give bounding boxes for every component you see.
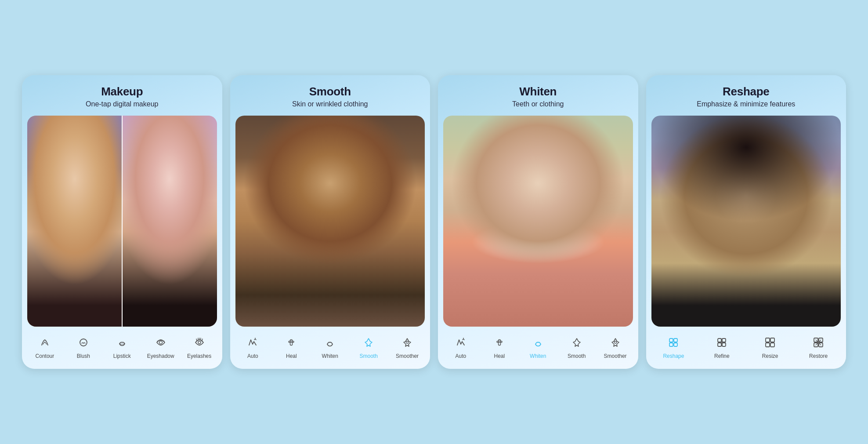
contour-icon — [37, 335, 53, 350]
svg-point-2 — [198, 341, 201, 344]
svg-rect-14 — [669, 338, 673, 342]
svg-rect-11 — [497, 341, 502, 342]
whiten-whiten-label: Whiten — [530, 353, 546, 359]
smoother-smooth-icon — [399, 335, 415, 350]
svg-line-7 — [202, 339, 203, 341]
svg-rect-21 — [722, 343, 726, 346]
heal-smooth-icon — [283, 335, 299, 350]
tool-eyeshadow[interactable]: Eyeshadow — [141, 333, 180, 361]
tool-auto-whiten[interactable]: Auto — [441, 333, 480, 361]
tool-smoother-smooth[interactable]: Smoother — [388, 333, 427, 361]
blush-icon — [76, 335, 91, 350]
eyeshadow-icon — [153, 335, 169, 350]
svg-point-10 — [406, 341, 409, 343]
card-smooth-image — [235, 116, 425, 327]
makeup-after-face — [122, 116, 217, 327]
card-reshape-subtitle: Emphasize & minimize features — [653, 100, 839, 109]
tool-contour[interactable]: Contour — [25, 333, 64, 361]
card-reshape: Reshape Emphasize & minimize features Re… — [646, 75, 846, 369]
tool-whiten-smooth[interactable]: Whiten — [311, 333, 349, 361]
tool-smoother-whiten[interactable]: Smoother — [596, 333, 635, 361]
tool-restore-reshape[interactable]: Restore — [794, 333, 843, 361]
resize-reshape-label: Resize — [762, 353, 778, 359]
svg-point-1 — [159, 341, 162, 344]
svg-rect-17 — [674, 343, 677, 346]
tool-heal-smooth[interactable]: Heal — [272, 333, 311, 361]
auto-whiten-icon — [453, 335, 469, 350]
tool-smooth-whiten[interactable]: Smooth — [557, 333, 596, 361]
svg-rect-15 — [674, 338, 677, 342]
smoother-whiten-icon — [608, 335, 623, 350]
auto-smooth-icon — [245, 335, 260, 350]
card-makeup-subtitle: One-tap digital makeup — [29, 100, 215, 109]
tool-refine-reshape[interactable]: Refine — [698, 333, 746, 361]
whiten-smooth-icon — [322, 335, 338, 350]
tool-reshape-reshape[interactable]: Reshape — [650, 333, 698, 361]
heal-whiten-label: Heal — [494, 353, 505, 359]
card-smooth-subtitle: Skin or wrinkled clothing — [237, 100, 423, 109]
tool-auto-smooth[interactable]: Auto — [233, 333, 272, 361]
lipstick-label: Lipstick — [113, 353, 131, 359]
card-whiten: Whiten Teeth or clothing Auto — [438, 75, 638, 369]
smoother-whiten-label: Smoother — [604, 353, 627, 359]
makeup-before-face — [27, 116, 122, 327]
card-reshape-image — [651, 116, 841, 327]
svg-rect-16 — [669, 343, 673, 346]
resize-reshape-icon — [762, 335, 778, 350]
restore-reshape-label: Restore — [809, 353, 828, 359]
card-smooth-toolbar: Auto Heal Whiten — [230, 327, 430, 361]
card-whiten-image — [443, 116, 633, 327]
smooth-smooth-label: Smooth — [359, 353, 377, 359]
refine-reshape-label: Refine — [714, 353, 730, 359]
eyelashes-label: Eyelashes — [187, 353, 211, 359]
whiten-whiten-icon — [530, 335, 546, 350]
card-reshape-title: Reshape — [653, 85, 839, 98]
makeup-after — [122, 116, 217, 327]
card-whiten-subtitle: Teeth or clothing — [445, 100, 631, 109]
svg-rect-25 — [770, 338, 774, 342]
smooth-whiten-icon — [569, 335, 585, 350]
svg-rect-24 — [766, 338, 770, 342]
card-whiten-toolbar: Auto Heal Whiten — [438, 327, 638, 361]
eyeshadow-label: Eyeshadow — [147, 353, 174, 359]
smooth-face — [235, 116, 425, 327]
svg-point-0 — [80, 339, 87, 346]
reshape-face — [651, 116, 841, 327]
split-line — [122, 116, 123, 327]
contour-label: Contour — [36, 353, 54, 359]
tool-resize-reshape[interactable]: Resize — [746, 333, 794, 361]
reshape-reshape-label: Reshape — [663, 353, 684, 359]
card-reshape-toolbar: Reshape Refine — [646, 327, 846, 361]
tool-whiten-whiten[interactable]: Whiten — [519, 333, 557, 361]
svg-rect-26 — [766, 343, 770, 347]
tool-heal-whiten[interactable]: Heal — [480, 333, 519, 361]
cards-container: Makeup One-tap digital makeup Con — [9, 66, 859, 378]
refine-reshape-icon — [714, 335, 730, 350]
smoother-smooth-label: Smoother — [396, 353, 419, 359]
tool-lipstick[interactable]: Lipstick — [103, 333, 141, 361]
auto-smooth-label: Auto — [247, 353, 258, 359]
card-reshape-header: Reshape Emphasize & minimize features — [646, 75, 846, 116]
svg-rect-18 — [718, 338, 721, 342]
svg-line-3 — [196, 339, 197, 341]
card-makeup-image — [27, 116, 217, 327]
svg-rect-27 — [770, 343, 774, 347]
whiten-smooth-label: Whiten — [322, 353, 338, 359]
auto-whiten-label: Auto — [456, 353, 467, 359]
tool-blush[interactable]: Blush — [64, 333, 103, 361]
card-smooth-title: Smooth — [237, 85, 423, 98]
card-makeup: Makeup One-tap digital makeup Con — [22, 75, 222, 369]
smooth-whiten-label: Smooth — [568, 353, 586, 359]
card-smooth-header: Smooth Skin or wrinkled clothing — [230, 75, 430, 116]
tool-eyelashes[interactable]: Eyelashes — [180, 333, 219, 361]
lipstick-icon — [114, 335, 130, 350]
tool-smooth-smooth[interactable]: Smooth — [349, 333, 388, 361]
whiten-face — [443, 116, 633, 327]
svg-rect-19 — [722, 338, 726, 342]
card-makeup-header: Makeup One-tap digital makeup — [22, 75, 222, 116]
blush-label: Blush — [77, 353, 90, 359]
heal-whiten-icon — [492, 335, 507, 350]
svg-rect-8 — [289, 341, 294, 342]
card-makeup-title: Makeup — [29, 85, 215, 98]
card-whiten-header: Whiten Teeth or clothing — [438, 75, 638, 116]
